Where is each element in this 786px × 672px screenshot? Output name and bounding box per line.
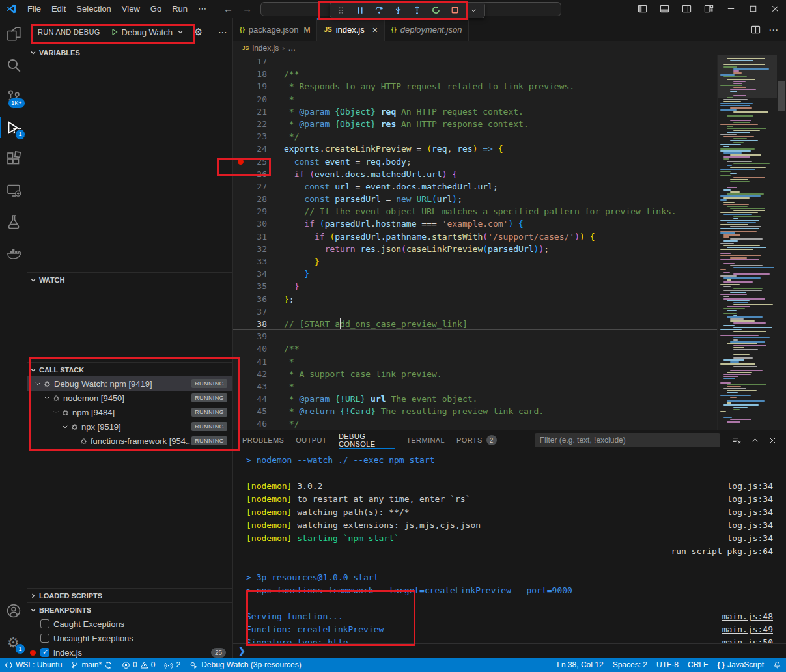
call-stack-row[interactable]: Debug Watch: npm [9419]RUNNING <box>27 376 232 391</box>
stop-icon[interactable] <box>447 3 462 17</box>
breakpoint-checkbox[interactable] <box>40 634 49 643</box>
menu-item-run[interactable]: Run <box>167 2 193 16</box>
maximize-button[interactable] <box>742 0 764 18</box>
status-crlf[interactable]: CRLF <box>683 658 712 672</box>
code-line-42[interactable]: 42 * A support case link preview. <box>233 368 717 380</box>
code-line-17[interactable]: 17 <box>233 55 717 68</box>
code-line-27[interactable]: 27 const url = event.docs.matchedUrl.url… <box>233 180 717 193</box>
code-line-22[interactable]: 22 * @param {Object} res An HTTP respons… <box>233 118 717 130</box>
code-line-24[interactable]: 24exports.createLinkPreview = (req, res)… <box>233 143 717 155</box>
code-line-21[interactable]: 21 * @param {Object} req An HTTP request… <box>233 105 717 118</box>
code-line-28[interactable]: 28 const parsedUrl = new URL(url); <box>233 193 717 205</box>
section-call-stack[interactable]: CALL STACK <box>27 362 232 376</box>
split-editor-icon[interactable] <box>751 25 761 35</box>
code-line-19[interactable]: 19 * Responds to any HTTP request relate… <box>233 80 717 92</box>
status-bell-icon[interactable] <box>768 658 786 672</box>
clear-console-icon[interactable] <box>732 436 742 445</box>
chevron-up-icon[interactable] <box>751 436 759 445</box>
code-line-33[interactable]: 33 } <box>233 255 717 268</box>
call-stack-row[interactable]: nodemon [9450]RUNNING <box>27 391 232 405</box>
code-line-23[interactable]: 23 */ <box>233 130 717 143</box>
breakpoint-dot-icon[interactable] <box>238 159 244 165</box>
close-panel-icon[interactable] <box>768 436 777 445</box>
code-line-45[interactable]: 45 * @return {!Card} The resulting previ… <box>233 405 717 417</box>
panel-tab-output[interactable]: OUTPUT <box>296 430 327 450</box>
section-watch[interactable]: WATCH <box>27 272 232 287</box>
code-line-31[interactable]: 31 if (parsedUrl.pathname.startsWith('/s… <box>233 231 717 243</box>
code-line-40[interactable]: 40/** <box>233 343 717 355</box>
menu-item-more[interactable]: ⋯ <box>193 2 212 16</box>
source-link[interactable]: log.js:34 <box>727 480 773 493</box>
breakpoint-glyph[interactable] <box>233 156 247 168</box>
code-editor[interactable]: 1718/**19 * Responds to any HTTP request… <box>233 55 786 430</box>
status-debug-watch-3p-resources-[interactable]: Debug Watch (3p-resources) <box>185 658 306 672</box>
breakpoint-checkbox[interactable] <box>40 619 49 628</box>
breakpoint-row[interactable]: index.js25 <box>27 645 232 658</box>
breakpoint-row[interactable]: Caught Exceptions <box>27 617 232 631</box>
code-line-30[interactable]: 30 if (parsedUrl.hostname === 'example.c… <box>233 217 717 230</box>
breadcrumb[interactable]: JS index.js › … <box>233 41 786 55</box>
activity-search-icon[interactable] <box>0 49 27 81</box>
code-line-26[interactable]: 26 if (event.docs.matchedUrl.url) { <box>233 168 717 180</box>
section-variables[interactable]: VARIABLES <box>27 46 232 60</box>
activity-account-icon[interactable] <box>0 595 27 626</box>
source-link[interactable]: log.js:34 <box>727 519 773 532</box>
step-out-icon[interactable] <box>409 3 425 17</box>
section-loaded-scripts[interactable]: LOADED SCRIPTS <box>27 588 232 602</box>
step-over-icon[interactable] <box>371 3 387 17</box>
code-line-39[interactable]: 39 <box>233 330 717 343</box>
status-main-[interactable]: main* <box>66 658 117 672</box>
code-line-34[interactable]: 34 } <box>233 268 717 280</box>
status-ln-38-col-12[interactable]: Ln 38, Col 12 <box>552 658 608 672</box>
menu-item-file[interactable]: File <box>22 2 46 16</box>
minimap[interactable] <box>717 55 777 430</box>
code-line-43[interactable]: 43 * <box>233 380 717 393</box>
code-line-18[interactable]: 18/** <box>233 68 717 80</box>
code-line-38[interactable]: 38// [START add_ons_case_preview_link] <box>233 318 717 330</box>
breakpoint-row[interactable]: Uncaught Exceptions <box>27 631 232 645</box>
source-link[interactable]: log.js:34 <box>727 532 773 545</box>
source-link[interactable]: run-script-pkg.js:64 <box>671 545 773 558</box>
section-breakpoints[interactable]: BREAKPOINTS <box>27 602 232 617</box>
panel-tab-debug-console[interactable]: DEBUG CONSOLE <box>339 430 395 450</box>
forward-button[interactable]: → <box>242 3 252 14</box>
debug-console-input[interactable]: ❯ <box>233 643 786 658</box>
toggle-secondary-sidebar-icon[interactable] <box>675 0 697 18</box>
code-line-36[interactable]: 36}; <box>233 293 717 305</box>
minimize-button[interactable] <box>720 0 742 18</box>
status-2[interactable]: 2 <box>160 658 185 672</box>
back-button[interactable]: ← <box>223 3 233 14</box>
code-line-25[interactable]: 25 const event = req.body; <box>233 156 717 168</box>
tab-package.json[interactable]: {}package.jsonM <box>233 18 317 41</box>
activity-remote-explorer-icon[interactable] <box>0 175 27 206</box>
toggle-sidebar-icon[interactable] <box>631 0 653 18</box>
chevron-down-icon[interactable] <box>466 3 481 17</box>
menu-item-view[interactable]: View <box>117 2 145 16</box>
launch-config-dropdown[interactable]: Debug Watch <box>107 26 188 38</box>
code-line-41[interactable]: 41 * <box>233 356 717 368</box>
code-line-29[interactable]: 29 // If the event object URL matches a … <box>233 205 717 217</box>
restart-icon[interactable] <box>428 3 443 17</box>
code-line-46[interactable]: 46 */ <box>233 417 717 430</box>
console-filter-input[interactable] <box>535 433 720 447</box>
activity-source-control-icon[interactable]: 1K+ <box>0 81 27 112</box>
breakpoint-checkbox[interactable] <box>40 648 49 657</box>
call-stack-row[interactable]: npm [9484]RUNNING <box>27 405 232 419</box>
toggle-panel-icon[interactable] <box>653 0 675 18</box>
tab-index.js[interactable]: JSindex.js× <box>317 18 385 41</box>
status-0[interactable]: 00 <box>117 658 160 672</box>
menu-item-edit[interactable]: Edit <box>46 2 71 16</box>
scrollbar-thumb[interactable] <box>778 81 785 111</box>
panel-tab-terminal[interactable]: TERMINAL <box>406 430 445 450</box>
status-javascript[interactable]: { }JavaScript <box>712 658 768 672</box>
tab-deployment.json[interactable]: {}deployment.json <box>385 18 469 41</box>
close-tab-icon[interactable]: × <box>372 25 378 35</box>
call-stack-row[interactable]: npx [9519]RUNNING <box>27 419 232 434</box>
activity-run-and-debug-icon[interactable]: 1 <box>0 112 27 143</box>
source-link[interactable]: main.js:49 <box>722 623 773 636</box>
activity-docker-icon[interactable] <box>0 237 27 268</box>
call-stack-row[interactable]: functions-framework [954...RUNNING <box>27 434 232 448</box>
source-link[interactable]: log.js:34 <box>727 493 773 506</box>
step-into-icon[interactable] <box>390 3 406 17</box>
menu-item-go[interactable]: Go <box>145 2 167 16</box>
